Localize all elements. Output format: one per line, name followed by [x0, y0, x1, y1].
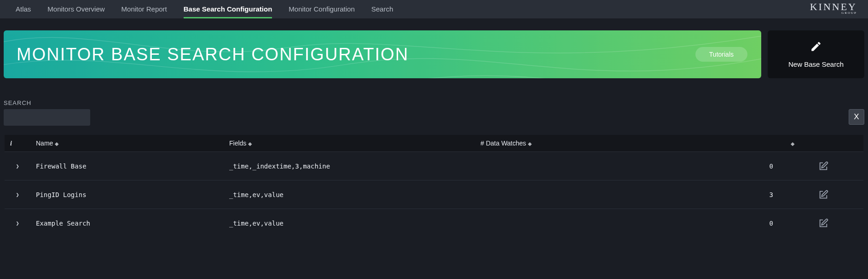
info-icon: i — [10, 140, 12, 147]
nav-monitor-report[interactable]: Monitor Report — [113, 0, 175, 18]
sort-icon: ◆ — [528, 141, 532, 146]
nav-monitor-configuration[interactable]: Monitor Configuration — [280, 0, 363, 18]
sort-icon: ◆ — [248, 141, 252, 146]
base-search-table: i Name◆ Fields◆ # Data Watches◆ ◆ ❯ Fire… — [5, 135, 863, 237]
tutorials-button[interactable]: Tutorials — [695, 47, 747, 62]
edit-button[interactable] — [816, 188, 830, 202]
edit-button[interactable] — [816, 159, 830, 173]
search-input[interactable] — [4, 109, 90, 126]
table-row: ❯ Example Search _time,ev,value 0 — [5, 209, 863, 237]
cell-watches: 0 — [475, 220, 783, 227]
table-row: ❯ Firewall Base _time,_indextime,3,machi… — [5, 151, 863, 180]
col-data-watches[interactable]: # Data Watches◆ — [475, 140, 783, 147]
col-fields[interactable]: Fields◆ — [224, 140, 475, 147]
sort-icon: ◆ — [55, 141, 58, 146]
edit-icon — [818, 190, 828, 200]
cell-fields: _time,ev,value — [224, 220, 475, 227]
nav-atlas[interactable]: Atlas — [7, 0, 39, 18]
expand-caret-icon[interactable]: ❯ — [16, 192, 19, 198]
cell-fields: _time,_indextime,3,machine — [224, 163, 475, 170]
page-banner: MONITOR BASE SEARCH CONFIGURATION Tutori… — [4, 30, 761, 78]
new-base-search-label: New Base Search — [788, 60, 844, 68]
cell-watches: 3 — [475, 191, 783, 198]
new-base-search-button[interactable]: New Base Search — [768, 30, 864, 78]
cell-name: PingID Logins — [30, 191, 224, 198]
nav-base-search-config[interactable]: Base Search Configuration — [175, 0, 281, 18]
table-header: i Name◆ Fields◆ # Data Watches◆ ◆ — [5, 135, 863, 151]
edit-icon — [818, 161, 828, 171]
cell-watches: 0 — [475, 163, 783, 170]
edit-button[interactable] — [816, 216, 830, 230]
search-label: SEARCH — [4, 99, 864, 106]
cell-name: Firewall Base — [30, 163, 224, 170]
nav-search[interactable]: Search — [363, 0, 402, 18]
cell-fields: _time,ev,value — [224, 191, 475, 198]
pencil-icon — [810, 41, 822, 54]
page-title: MONITOR BASE SEARCH CONFIGURATION — [17, 45, 409, 64]
close-button[interactable]: X — [849, 109, 864, 125]
brand-logo: KINNEY GROUP — [810, 1, 857, 15]
col-actions[interactable]: ◆ — [783, 140, 863, 147]
edit-icon — [818, 218, 828, 228]
expand-caret-icon[interactable]: ❯ — [16, 220, 19, 227]
col-name[interactable]: Name◆ — [30, 140, 224, 147]
col-info: i — [5, 140, 30, 147]
sort-icon: ◆ — [791, 141, 794, 146]
cell-name: Example Search — [30, 220, 224, 227]
expand-caret-icon[interactable]: ❯ — [16, 163, 19, 169]
nav-monitors-overview[interactable]: Monitors Overview — [39, 0, 113, 18]
table-row: ❯ PingID Logins _time,ev,value 3 — [5, 180, 863, 209]
top-nav: Atlas Monitors Overview Monitor Report B… — [0, 0, 868, 18]
